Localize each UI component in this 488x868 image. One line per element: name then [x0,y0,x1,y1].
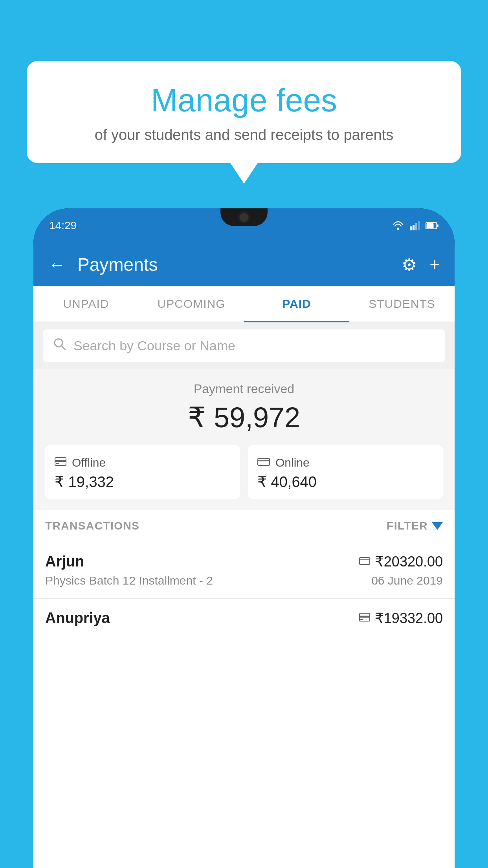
search-bar[interactable]: Search by Course or Name [43,329,445,362]
offline-payment-card: Offline ₹ 19,332 [45,445,240,499]
signal-icon [410,221,420,230]
status-time: 14:29 [49,219,77,232]
battery-icon [426,222,439,230]
transaction-amount-wrap: ₹20320.00 [359,554,443,570]
speech-bubble: Manage fees of your students and send re… [27,61,461,163]
offline-amount: ₹ 19,332 [55,473,231,491]
status-icons [392,221,439,230]
svg-rect-4 [418,221,420,230]
header-actions: ⚙ + [402,255,440,275]
tab-paid[interactable]: PAID [244,286,349,322]
svg-rect-7 [437,224,438,227]
svg-rect-6 [427,223,434,228]
online-amount: ₹ 40,640 [257,473,433,491]
app-header: ← Payments ⚙ + [33,243,455,286]
offline-type-label: Offline [72,456,106,469]
svg-rect-2 [413,225,415,230]
add-button[interactable]: + [429,255,440,274]
transactions-header: TRANSACTIONS FILTER [33,510,455,542]
transaction-course: Physics Batch 12 Installment - 2 [45,574,213,587]
bubble-title: Manage fees [50,83,438,118]
offline-icon [55,456,66,469]
svg-rect-19 [360,619,363,620]
offline-card-header: Offline [55,456,231,469]
transaction-amount: ₹19332.00 [375,610,443,627]
svg-line-9 [61,346,65,349]
svg-rect-3 [415,223,417,230]
tab-upcoming[interactable]: UPCOMING [139,286,244,322]
transactions-label: TRANSACTIONS [45,520,139,532]
phone-frame: 14:29 [33,208,455,868]
phone-notch [220,208,268,226]
tab-students[interactable]: STUDENTS [349,286,455,322]
transaction-top: Anupriya ₹19332.00 [45,610,443,627]
svg-point-0 [397,228,399,230]
wifi-icon [392,221,404,230]
online-type-label: Online [275,456,310,469]
settings-icon[interactable]: ⚙ [402,255,417,275]
svg-rect-11 [55,460,66,462]
transaction-date: 06 June 2019 [371,574,443,587]
transaction-amount: ₹20320.00 [375,554,443,570]
online-transaction-icon [359,555,370,568]
camera [240,213,248,222]
header-title: Payments [77,254,390,275]
search-container: Search by Course or Name [33,322,455,369]
online-icon [257,456,270,469]
tabs-bar: UNPAID UPCOMING PAID STUDENTS [33,286,455,322]
filter-button[interactable]: FILTER [387,520,443,532]
payment-cards: Offline ₹ 19,332 Online [45,445,443,499]
back-button[interactable]: ← [48,255,66,274]
transaction-row[interactable]: Arjun ₹20320.00 Physics Batch 12 Install… [33,542,455,598]
svg-rect-13 [258,458,270,465]
search-placeholder: Search by Course or Name [73,338,235,353]
status-bar: 14:29 [33,208,455,243]
payment-summary: Payment received ₹ 59,972 Offline [33,369,455,510]
phone-screen: UNPAID UPCOMING PAID STUDENTS Search by … [33,286,455,868]
svg-rect-12 [56,463,59,464]
svg-rect-1 [410,226,412,230]
payment-total-amount: ₹ 59,972 [45,401,443,434]
transaction-top: Arjun ₹20320.00 [45,553,443,570]
transaction-name: Arjun [45,553,84,570]
offline-transaction-icon [359,612,370,625]
transaction-name: Anupriya [45,610,110,627]
filter-label: FILTER [387,520,428,532]
payment-received-label: Payment received [45,382,443,396]
svg-rect-18 [360,616,370,618]
transaction-bottom: Physics Batch 12 Installment - 2 06 June… [45,574,443,587]
online-card-header: Online [257,456,433,469]
transaction-amount-wrap: ₹19332.00 [359,610,443,627]
svg-rect-15 [360,557,370,565]
filter-icon [432,522,443,530]
bubble-subtitle: of your students and send receipts to pa… [50,127,438,143]
transaction-row[interactable]: Anupriya ₹19332.00 [33,598,455,642]
search-icon [53,337,66,354]
tab-unpaid[interactable]: UNPAID [33,286,139,322]
online-payment-card: Online ₹ 40,640 [248,445,443,499]
